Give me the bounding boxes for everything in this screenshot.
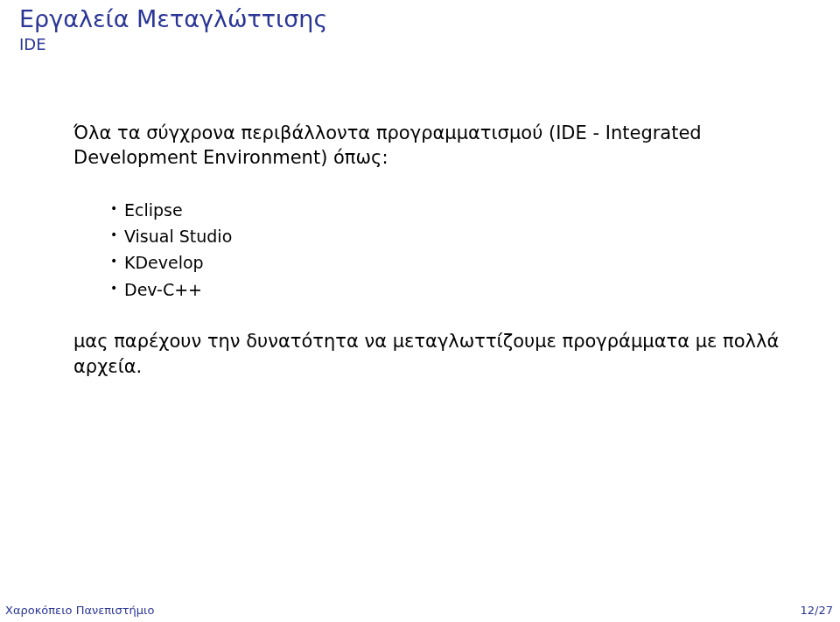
- slide-title: Εργαλεία Μεταγλώττισης: [19, 5, 821, 33]
- slide-body: Όλα τα σύγχρονα περιβάλλοντα προγραμματι…: [74, 121, 788, 379]
- page-number: 12/27: [801, 604, 833, 617]
- intro-paragraph: Όλα τα σύγχρονα περιβάλλοντα προγραμματι…: [74, 121, 788, 171]
- outro-paragraph: μας παρέχουν την δυνατότητα να μεταγλωττ…: [74, 329, 788, 379]
- footer-institution: Χαροκόπειο Πανεπιστήμιο: [5, 604, 154, 617]
- list-item: Dev-C++: [112, 276, 788, 303]
- list-item: Visual Studio: [112, 223, 788, 249]
- slide: Εργαλεία Μεταγλώττισης IDE Όλα τα σύγχρο…: [0, 0, 840, 622]
- list-item: KDevelop: [112, 249, 788, 276]
- slide-subtitle: IDE: [19, 35, 821, 53]
- ide-list: Eclipse Visual Studio KDevelop Dev-C++: [112, 197, 788, 304]
- list-item: Eclipse: [112, 197, 788, 223]
